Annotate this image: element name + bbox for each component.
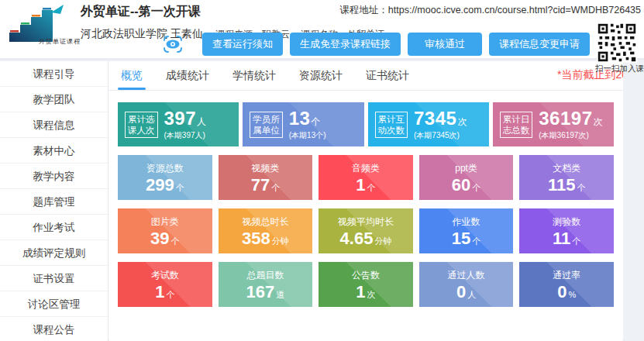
stat-card-unit: 次: [367, 290, 376, 299]
stat-card-label: 音频类: [319, 162, 413, 175]
sidebar-item-certificate-settings[interactable]: 证书设置: [0, 266, 108, 291]
stat-card-value: 358分钟: [219, 229, 313, 250]
sidebar: 课程引导教学团队课程信息素材中心教学内容题库管理作业考试成绩评定规则证书设置讨论…: [0, 61, 108, 341]
sidebar-item-grading-rules[interactable]: 成绩评定规则: [0, 240, 108, 266]
summary-card-value-block: 36197次(本期36197次): [539, 108, 602, 141]
stat-card-value: 115个: [519, 176, 614, 197]
stat-card-label: 通过人数: [419, 269, 514, 282]
stat-card-question-count: 总题目数167道: [219, 262, 313, 307]
summary-card-value: 397: [164, 108, 197, 129]
stat-card-label: 总题目数: [219, 269, 313, 282]
sidebar-item-discussion-mgmt[interactable]: 讨论区管理: [0, 291, 108, 317]
stat-card-label: ppt类: [419, 162, 514, 175]
preview-eye-icon[interactable]: [161, 33, 184, 55]
tab-overview[interactable]: 概览: [121, 61, 143, 90]
stat-card-label: 文档类: [519, 162, 614, 175]
view-run-notice-button[interactable]: 查看运行须知: [202, 33, 283, 56]
summary-card-sub: (本期13个): [289, 130, 326, 141]
stat-card-pass-rate: 通过率0%: [519, 262, 614, 307]
summary-card-label: 累计日志总数: [500, 112, 533, 138]
stat-card-unit: 个: [271, 183, 280, 192]
logo-label: 外贸单证课程: [39, 37, 81, 46]
tabs: 概览成绩统计学情统计资源统计证书统计: [121, 61, 623, 90]
stat-card-label: 视频平均时长: [319, 215, 413, 229]
stat-row-4: 考试数1个总题目数167道公告数1次通过人数0人通过率0%: [118, 262, 614, 307]
stat-card-value: 15个: [419, 229, 514, 250]
tab-certificate-stats[interactable]: 证书统计: [366, 61, 409, 90]
summary-card-value: 7345: [414, 108, 456, 129]
qr-section: 扫一扫加入课程: [595, 22, 639, 74]
stat-card-unit: 分钟: [374, 236, 391, 246]
stat-card-unit: 个: [577, 183, 585, 192]
course-info-change-button[interactable]: 课程信息变更申请: [489, 33, 590, 56]
stat-card-unit: %: [568, 290, 576, 299]
tab-grade-stats[interactable]: 成绩统计: [166, 61, 209, 90]
sidebar-item-teaching-team[interactable]: 教学团队: [0, 87, 108, 112]
stat-card-label: 图片类: [118, 215, 212, 229]
stat-card-unit: 个: [472, 236, 480, 246]
stat-card-unit: 道: [276, 290, 284, 299]
tab-learning-stats[interactable]: 学情统计: [232, 61, 276, 90]
summary-card-interactions: 累计互动次数7345次(本期7345次): [368, 102, 489, 146]
stat-card-unit: 个: [367, 183, 376, 192]
summary-card-label: 累计互动次数: [375, 112, 408, 138]
stat-card-label: 公告数: [319, 269, 413, 282]
stat-card-video-type: 视频类77个: [219, 155, 313, 200]
stat-card-label: 通过率: [519, 269, 614, 282]
stat-card-unit: 个: [572, 236, 580, 246]
stat-card-label: 作业数: [419, 215, 514, 229]
stat-card-label: 考试数: [118, 269, 212, 282]
sidebar-item-homework-exam[interactable]: 作业考试: [0, 215, 108, 240]
page: 外贸单证课程 外贸单证--第一次开课 河北政法职业学院 王素仙 课程来源：职教云…: [0, 0, 644, 341]
stat-card-label: 资源总数: [118, 162, 212, 175]
stat-card-passed-count: 通过人数0人: [419, 262, 514, 307]
sidebar-item-material-center[interactable]: 素材中心: [0, 138, 108, 164]
course-url: 课程地址：https://mooc.icve.com.cn/course.htm…: [339, 4, 641, 17]
stat-card-unit: 个: [176, 183, 184, 192]
summary-card-value: 36197: [539, 108, 592, 129]
stat-card-label: 视频总时长: [219, 215, 313, 229]
main-panel: 概览成绩统计学情统计资源统计证书统计 *当前截止到20 累计选课人次397人(本…: [108, 61, 623, 341]
summary-card-sub: (本期397人): [164, 130, 207, 141]
sidebar-item-question-bank[interactable]: 题库管理: [0, 189, 108, 215]
stat-card-doc-type: 文档类115个: [519, 155, 614, 200]
stat-card-unit: 人: [467, 290, 476, 299]
stat-card-exam-count: 考试数1个: [118, 262, 212, 307]
stat-card-label: 视频类: [219, 162, 313, 175]
summary-card-unit: 个: [311, 116, 320, 127]
stat-card-homework-count: 作业数15个: [419, 208, 514, 253]
sidebar-item-course-guide[interactable]: 课程引导: [0, 61, 108, 87]
summary-card-logs: 累计日志总数36197次(本期36197次): [493, 102, 614, 146]
sidebar-item-course-info[interactable]: 课程信息: [0, 112, 108, 138]
stat-card-video-avg-duration: 视频平均时长4.65分钟: [319, 208, 413, 253]
review-approved-button[interactable]: 审核通过: [408, 33, 482, 56]
stat-card-announcement-count: 公告数1次: [319, 262, 413, 307]
summary-card-label: 学员所属单位: [250, 112, 283, 138]
summary-card-sub: (本期36197次): [539, 130, 602, 141]
generate-free-login-link-button[interactable]: 生成免登录课程链接: [290, 33, 401, 56]
stat-card-value: 77个: [219, 176, 313, 197]
stat-row-2: 资源总数299个视频类77个音频类1个ppt类60个文档类115个: [118, 155, 614, 200]
stat-row-3: 图片类39个视频总时长358分钟视频平均时长4.65分钟作业数15个测验数11个: [118, 208, 614, 253]
summary-card-value: 13: [289, 108, 311, 129]
stat-card-value: 1次: [319, 283, 413, 304]
stat-card-value: 167道: [219, 283, 313, 304]
qr-code: [597, 22, 637, 63]
stat-card-unit: 个: [472, 183, 480, 192]
stat-cards-rows: 资源总数299个视频类77个音频类1个ppt类60个文档类115个图片类39个视…: [108, 155, 623, 307]
stat-card-ppt-type: ppt类60个: [419, 155, 514, 200]
summary-card-enrollment: 累计选课人次397人(本期397人): [118, 102, 239, 146]
tab-resource-stats[interactable]: 资源统计: [299, 61, 343, 90]
stat-card-video-total-duration: 视频总时长358分钟: [219, 208, 313, 253]
summary-card-units: 学员所属单位13个(本期13个): [243, 102, 363, 146]
summary-card-unit: 次: [457, 116, 467, 127]
stat-card-image-type: 图片类39个: [118, 208, 212, 253]
summary-card-value-block: 397人(本期397人): [164, 108, 207, 141]
sidebar-item-teaching-content[interactable]: 教学内容: [0, 164, 108, 189]
stat-card-quiz-count: 测验数11个: [519, 208, 614, 253]
sidebar-item-course-announcement[interactable]: 课程公告: [0, 317, 108, 341]
stat-card-value: 1个: [118, 283, 212, 304]
stat-card-audio-type: 音频类1个: [319, 155, 413, 200]
stat-card-value: 0人: [419, 283, 514, 304]
stat-card-value: 39个: [118, 229, 212, 250]
